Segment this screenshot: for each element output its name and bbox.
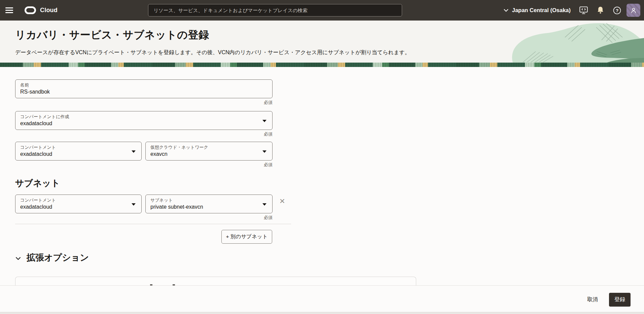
- dropdown-caret-icon: [262, 150, 266, 153]
- compartment-select[interactable]: コンパートメント exadatacloud: [15, 142, 142, 161]
- chevron-down-icon: [504, 9, 508, 12]
- chevron-down-icon: [15, 255, 21, 261]
- section-divider: [15, 224, 291, 224]
- remove-subnet-icon[interactable]: ✕: [279, 198, 285, 205]
- person-icon: [630, 6, 638, 14]
- bottom-edge-strip: [0, 312, 644, 314]
- global-search-input[interactable]: [148, 4, 402, 16]
- vcn-label: 仮想クラウド・ネットワーク: [150, 145, 267, 150]
- subnet-compartment-value: exadatacloud: [20, 204, 137, 210]
- dropdown-caret-icon: [132, 150, 136, 153]
- create-in-compartment-value: exadatacloud: [20, 120, 267, 127]
- name-input[interactable]: [20, 89, 267, 95]
- compartment-label: コンパートメント: [20, 145, 137, 150]
- help-icon[interactable]: ?: [613, 6, 621, 15]
- subnet-section-heading: サブネット: [15, 177, 60, 189]
- oracle-logo-icon[interactable]: [25, 6, 36, 14]
- decorative-green-band: [0, 63, 644, 67]
- page-header: リカバリ・サービス・サブネットの登録 データベースが存在するVCNにプライベート…: [0, 21, 644, 67]
- subnet-select[interactable]: サブネット private subnet-exavcn: [145, 195, 273, 213]
- dropdown-caret-icon: [132, 203, 136, 206]
- notifications-bell-icon[interactable]: [597, 6, 604, 14]
- name-field-label: 名前: [20, 82, 267, 88]
- cloud-shell-icon[interactable]: [579, 6, 588, 14]
- region-selector[interactable]: Japan Central (Osaka): [504, 7, 571, 13]
- required-hint: 必須: [15, 100, 273, 106]
- vcn-select[interactable]: 仮想クラウド・ネットワーク exavcn: [145, 142, 273, 161]
- subnet-compartment-label: コンパートメント: [20, 198, 137, 203]
- subnet-value: private subnet-exavcn: [150, 204, 267, 210]
- add-another-subnet-button[interactable]: + 別のサブネット: [221, 230, 272, 244]
- cancel-button[interactable]: 取消: [587, 296, 598, 303]
- page-title: リカバリ・サービス・サブネットの登録: [15, 28, 209, 42]
- create-in-compartment-label: コンパートメントに作成: [20, 114, 267, 119]
- subnet-label: サブネット: [150, 198, 267, 203]
- brand-label: Cloud: [40, 7, 58, 14]
- name-field[interactable]: 名前: [15, 79, 273, 98]
- create-in-compartment-select[interactable]: コンパートメントに作成 exadatacloud: [15, 111, 273, 130]
- advanced-options-heading: 拡張オプション: [27, 252, 89, 264]
- region-label: Japan Central (Osaka): [512, 7, 571, 13]
- compartment-value: exadatacloud: [20, 151, 137, 157]
- required-hint: 必須: [15, 162, 273, 168]
- vcn-value: exavcn: [150, 151, 267, 157]
- svg-text:?: ?: [616, 8, 618, 13]
- advanced-options-toggle[interactable]: 拡張オプション: [15, 252, 89, 264]
- dropdown-caret-icon: [262, 120, 266, 122]
- top-navigation-bar: Cloud Japan Central (Osaka): [0, 0, 644, 21]
- hamburger-menu-icon[interactable]: [5, 7, 13, 13]
- required-hint: 必須: [15, 215, 273, 221]
- user-profile-avatar[interactable]: [627, 4, 640, 17]
- subnet-compartment-select[interactable]: コンパートメント exadatacloud: [15, 195, 142, 213]
- recovery-service-subnet-registration-page: Cloud Japan Central (Osaka): [0, 0, 644, 314]
- required-hint: 必須: [15, 131, 273, 137]
- page-description: データベースが存在するVCNにプライベート・サブネットを登録します。その後、VC…: [15, 49, 410, 56]
- register-button[interactable]: 登録: [609, 293, 631, 307]
- dropdown-caret-icon: [262, 203, 266, 206]
- action-footer: 取消 登録: [0, 285, 644, 314]
- decorative-foliage-illustration: [462, 21, 644, 63]
